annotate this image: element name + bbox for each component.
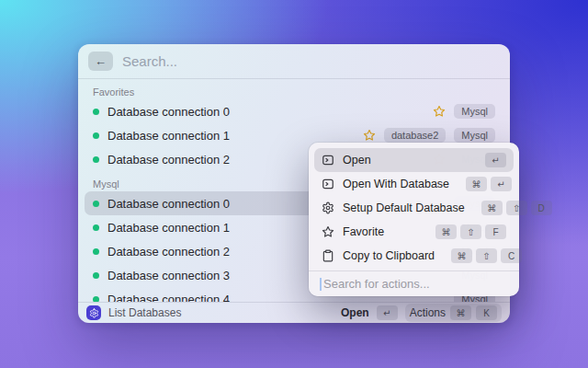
- status-bar: List Databases Open ↵ Actions ⌘ K: [78, 302, 510, 323]
- accessory-badge: Mysql: [454, 128, 495, 143]
- connection-status-dot: [93, 272, 99, 279]
- shortcut-key-badge: ⌘: [451, 248, 472, 263]
- menu-item-label: Copy to Clipboard: [343, 249, 435, 262]
- connection-status-dot: [93, 201, 99, 207]
- connection-status-dot: [93, 156, 99, 163]
- gear-icon: [322, 201, 334, 214]
- connection-title: Database connection 2: [107, 245, 230, 259]
- actions-button[interactable]: Actions ⌘ K: [405, 304, 502, 322]
- favorite-star-icon: [433, 105, 446, 118]
- menu-item[interactable]: Open↵: [314, 148, 514, 172]
- connection-status-dot: [93, 224, 99, 231]
- search-input[interactable]: Search...: [122, 53, 177, 69]
- terminal-icon: [322, 178, 334, 190]
- section-header-favorites: Favorites: [85, 79, 503, 99]
- connection-title: Database connection 0: [107, 105, 230, 119]
- shortcut-key-badge: ⌘: [435, 224, 457, 239]
- list-item[interactable]: Database connection 0Mysql: [85, 99, 503, 123]
- menu-item[interactable]: Setup Default Database⌘⇧D: [314, 196, 514, 220]
- shortcut-key-badge: D: [531, 201, 552, 215]
- menu-item[interactable]: Copy to Clipboard⌘⇧C: [314, 244, 514, 268]
- action-search-placeholder: Search for actions...: [323, 277, 430, 291]
- shortcut-key-badge: ⌘: [481, 201, 503, 215]
- connection-status-dot: [93, 248, 99, 255]
- connection-title: Database connection 1: [107, 129, 230, 143]
- shortcut-key-badge: ⇧: [460, 224, 481, 239]
- menu-item[interactable]: Favorite⌘⇧F: [314, 220, 514, 244]
- shortcut-key-badge: ↵: [485, 153, 506, 167]
- shortcut-key-badge: ↵: [491, 177, 512, 191]
- shortcut-key-badge: C: [501, 248, 522, 263]
- connection-title: Database connection 0: [107, 197, 230, 211]
- shortcut-key-badge: ⌘: [466, 177, 487, 191]
- actions-label: Actions: [410, 306, 446, 319]
- back-button[interactable]: ←: [88, 52, 113, 71]
- connection-status-dot: [93, 132, 99, 139]
- connection-title: Database connection 4: [107, 293, 230, 303]
- cmd-key-badge: ⌘: [450, 305, 471, 320]
- favorite-star-icon: [363, 129, 376, 142]
- star-icon: [322, 225, 334, 238]
- command-name: List Databases: [108, 306, 181, 319]
- menu-item[interactable]: Open With Database⌘↵: [314, 172, 514, 196]
- gear-icon: [89, 308, 99, 318]
- menu-item-label: Open: [343, 154, 371, 167]
- menu-item-label: Favorite: [343, 225, 384, 238]
- extension-icon: [86, 305, 101, 320]
- shortcut-key-badge: ⇧: [506, 201, 527, 215]
- search-bar: ← Search...: [78, 44, 510, 78]
- connection-title: Database connection 1: [107, 221, 230, 235]
- terminal-icon: [322, 154, 334, 167]
- k-key-badge: K: [476, 305, 497, 320]
- text-cursor: [320, 278, 322, 291]
- menu-item-label: Open With Database: [343, 178, 449, 190]
- open-action-label[interactable]: Open: [341, 306, 369, 319]
- return-key-badge: ↵: [377, 305, 398, 320]
- connection-title: Database connection 2: [107, 153, 230, 167]
- shortcut-key-badge: ⇧: [476, 248, 497, 263]
- accessory-badge: database2: [384, 128, 446, 143]
- menu-item-label: Setup Default Database: [343, 201, 465, 214]
- connection-title: Database connection 3: [107, 269, 230, 282]
- accessory-badge: Mysql: [454, 104, 495, 119]
- action-menu: Open↵Open With Database⌘↵Setup Default D…: [309, 143, 519, 296]
- connection-status-dot: [93, 109, 99, 115]
- shortcut-key-badge: F: [485, 224, 506, 239]
- clipboard-icon: [322, 249, 334, 262]
- arrow-left-icon: ←: [95, 54, 107, 68]
- action-search-field[interactable]: Search for actions...: [314, 271, 514, 296]
